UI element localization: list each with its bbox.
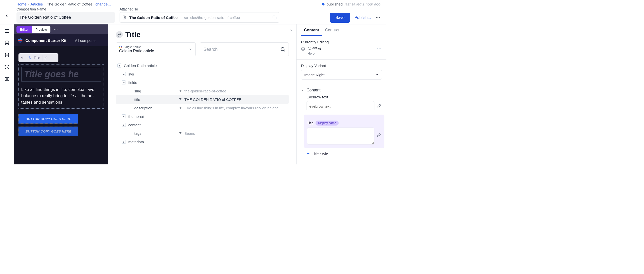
svg-point-4 <box>378 17 378 18</box>
copy-icon[interactable] <box>272 15 276 19</box>
text-type-icon: T <box>179 89 182 93</box>
title-style-label: Title Style <box>312 152 328 156</box>
svg-point-16 <box>57 29 58 30</box>
tree-sys[interactable]: ▸ sys <box>116 70 289 78</box>
search-input[interactable] <box>204 47 285 52</box>
search-icon[interactable] <box>280 47 286 52</box>
hero-cta-2[interactable]: BUTTON COPY GOES HERE <box>18 127 78 136</box>
caret-right-icon[interactable]: ▸ <box>122 123 126 127</box>
status-dot-icon <box>322 3 324 5</box>
eyebrow-input[interactable] <box>306 101 374 111</box>
datasource-select[interactable]: Single Article Golden Ratio article <box>116 42 196 56</box>
component-more-icon[interactable] <box>376 46 382 52</box>
caret-down-icon[interactable]: ▾ <box>122 80 126 84</box>
caret-right-icon[interactable]: ▸ <box>122 140 126 144</box>
title-field-label: Title <box>307 121 314 125</box>
display-variant-label: Display Variant <box>301 64 382 68</box>
link-parameter-icon[interactable] <box>376 133 382 138</box>
publish-button[interactable]: Publish... <box>354 15 371 20</box>
svg-point-11 <box>7 55 7 55</box>
attached-path: /articles/the-golden-ratio-of-coffee <box>184 15 240 20</box>
svg-point-9 <box>5 41 9 42</box>
canvas-more-icon[interactable] <box>54 27 58 31</box>
tab-editor[interactable]: Editor <box>16 26 32 33</box>
tree-root[interactable]: ▾ Golden Ratio article <box>116 61 289 70</box>
chevron-down-icon <box>301 88 304 92</box>
attached-to-field[interactable]: The Golden Ratio of Coffee /articles/the… <box>120 12 279 23</box>
change-link[interactable]: change... <box>95 2 111 6</box>
back-button[interactable] <box>4 13 9 18</box>
nav-all-components[interactable]: All compone <box>75 38 96 43</box>
history-icon[interactable] <box>4 64 10 70</box>
code-braces-icon[interactable] <box>4 52 10 58</box>
svg-point-27 <box>380 48 381 49</box>
database-icon[interactable] <box>4 40 10 46</box>
hero-cta-1[interactable]: BUTTON COPY GOES HERE <box>18 114 78 124</box>
save-button[interactable]: Save <box>330 13 350 23</box>
content-group-header[interactable]: Content <box>301 88 382 92</box>
chevron-down-icon <box>188 47 192 51</box>
breadcrumb: Home › Articles › The Golden Ratio of Co… <box>16 2 111 6</box>
inline-toolbar-label: Title <box>34 56 40 60</box>
structure-icon[interactable] <box>4 28 10 34</box>
svg-point-12 <box>8 55 8 55</box>
link-icon <box>116 31 123 38</box>
tree-content[interactable]: ▸ content <box>116 121 289 129</box>
display-variant-select[interactable]: Image Right <box>301 70 382 80</box>
svg-point-21 <box>281 48 284 51</box>
tree-thumbnail[interactable]: ▸ thumbnail <box>116 112 289 121</box>
datasource-kicker: Single Article <box>119 45 186 49</box>
tree-fields[interactable]: ▾ fields <box>116 78 289 87</box>
datasource-value: Golden Ratio article <box>119 49 186 53</box>
status-label: published <box>326 2 342 6</box>
sparkle-icon: ✦ <box>306 151 310 156</box>
text-style-icon[interactable] <box>28 56 32 60</box>
currently-editing-label: Currently Editing <box>301 40 382 44</box>
hero-title-block[interactable]: Title goes he Like all fine things in li… <box>18 64 104 109</box>
tree-title[interactable]: title TTHE GOLDEN RATIO of COFFEE <box>116 95 289 104</box>
caret-down-icon[interactable]: ▾ <box>117 64 121 68</box>
globe-icon[interactable] <box>4 76 10 82</box>
left-rail <box>0 24 14 164</box>
link-parameter-icon[interactable] <box>376 103 382 109</box>
hero-description: Like all fine things in life, complex fl… <box>21 86 101 106</box>
inline-toolbar[interactable]: Title <box>18 53 58 62</box>
caret-right-icon[interactable]: ▸ <box>122 72 126 76</box>
document-icon <box>122 15 126 19</box>
svg-point-10 <box>6 55 6 55</box>
caret-right-icon[interactable]: ▸ <box>122 114 126 118</box>
move-up-icon[interactable] <box>20 56 24 60</box>
svg-point-14 <box>54 29 55 30</box>
brand-logo-icon <box>18 38 23 43</box>
tab-content[interactable]: Content <box>301 24 322 36</box>
tab-context[interactable]: Context <box>322 24 342 36</box>
crumb-articles[interactable]: Articles <box>30 2 43 6</box>
svg-point-5 <box>379 17 380 18</box>
composition-name-input[interactable] <box>16 12 115 23</box>
svg-line-22 <box>284 50 285 51</box>
display-name-badge: Display name <box>316 121 339 126</box>
component-icon <box>301 47 305 51</box>
crumb-current: The Golden Ratio of Coffee <box>47 2 92 6</box>
text-type-icon: T <box>179 131 182 135</box>
chevron-down-icon <box>375 73 379 76</box>
tab-preview[interactable]: Preview <box>32 26 50 33</box>
tree-description[interactable]: description TLike all fine things in lif… <box>116 104 289 112</box>
eyebrow-label: Eyebrow text <box>306 95 382 99</box>
crumb-home[interactable]: Home <box>16 2 26 6</box>
tree-metadata[interactable]: ▸ metadata <box>116 137 289 146</box>
svg-rect-6 <box>5 29 9 30</box>
collapse-chevron-icon[interactable] <box>289 28 293 32</box>
svg-point-25 <box>377 48 378 49</box>
tree-slug[interactable]: slug Tthe-golden-ratio-of-coffee <box>116 87 289 95</box>
svg-point-26 <box>379 48 380 49</box>
brand-name: Component Starter Kit <box>26 38 66 43</box>
svg-rect-23 <box>302 48 304 50</box>
attached-to-label: Attached To <box>120 7 279 11</box>
edit-pencil-icon[interactable] <box>44 56 48 60</box>
composition-name-label: Composition Name <box>16 7 115 11</box>
editing-subtype: Hero <box>308 52 382 55</box>
tree-tags[interactable]: tags TBeans <box>116 129 289 137</box>
more-icon[interactable] <box>376 15 380 20</box>
title-textarea[interactable] <box>307 128 374 144</box>
